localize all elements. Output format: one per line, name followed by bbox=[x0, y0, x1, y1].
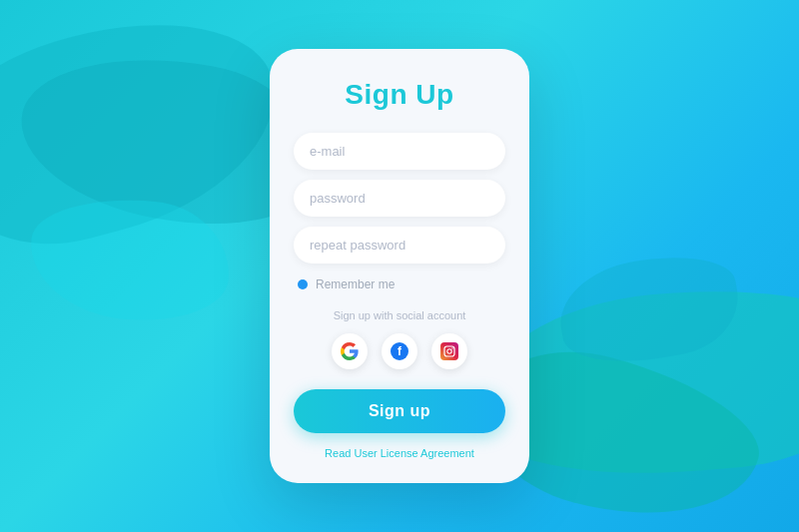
signup-card: Sign Up Remember me Sign up with social … bbox=[270, 49, 529, 483]
instagram-button[interactable] bbox=[431, 333, 467, 369]
repeat-password-field[interactable] bbox=[294, 227, 505, 264]
remember-dot-icon bbox=[298, 279, 308, 289]
social-label: Sign up with social account bbox=[334, 309, 466, 321]
email-field[interactable] bbox=[294, 133, 505, 170]
svg-point-2 bbox=[451, 347, 452, 348]
remember-me-row: Remember me bbox=[294, 277, 505, 291]
facebook-button[interactable]: f bbox=[382, 333, 417, 369]
form-fields bbox=[294, 133, 505, 264]
signup-button[interactable]: Sign up bbox=[294, 389, 505, 433]
agreement-link[interactable]: Read User License Agreement bbox=[325, 447, 474, 459]
social-section: Sign up with social account f bbox=[294, 309, 505, 369]
instagram-icon bbox=[440, 342, 458, 360]
svg-point-1 bbox=[447, 349, 451, 353]
google-button[interactable] bbox=[332, 333, 368, 369]
page-title: Sign Up bbox=[345, 79, 453, 111]
remember-me-label: Remember me bbox=[316, 277, 395, 291]
svg-rect-0 bbox=[444, 346, 454, 356]
password-field[interactable] bbox=[294, 180, 505, 217]
facebook-icon: f bbox=[391, 342, 408, 360]
social-icons-row: f bbox=[332, 333, 467, 369]
google-icon bbox=[341, 342, 359, 360]
